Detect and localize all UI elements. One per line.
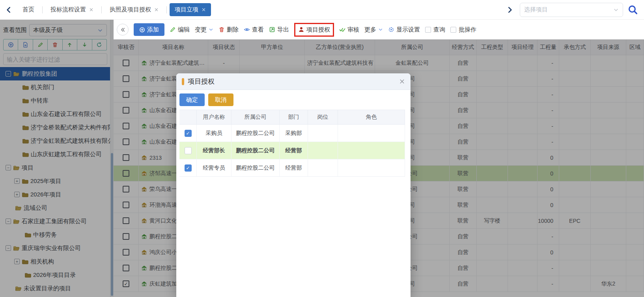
user-cell <box>338 159 405 176</box>
tabs-scroll-left-icon[interactable] <box>5 6 12 13</box>
gear-icon <box>388 26 394 33</box>
topbar: 首页投标流程设置执照及项目授权项目立项 选择项目 <box>0 0 644 20</box>
button-label: 显示设置 <box>396 26 420 34</box>
tab-label: 执照及项目授权 <box>110 6 151 13</box>
dialog-title: 项目授权 <box>188 77 215 86</box>
search-icon[interactable] <box>628 5 638 15</box>
user-cell: 经营部 <box>280 142 308 159</box>
user-column-header[interactable]: 用户名称 <box>197 110 231 124</box>
tab-label: 项目立项 <box>175 6 198 13</box>
user-cell: 鹏程控股二公司 <box>231 142 280 159</box>
user-row-checkbox[interactable] <box>185 147 192 154</box>
close-icon[interactable] <box>154 7 159 12</box>
edit-button[interactable]: 编辑 <box>170 26 190 34</box>
user-table-header: 用户名称所属公司部门岗位角色 <box>179 110 405 125</box>
user-row[interactable]: ✓采购员鹏程控股二公司采购部 <box>179 125 405 142</box>
button-label: 更多 <box>364 26 376 34</box>
delete-button[interactable]: 删除 <box>218 26 239 34</box>
dialog-header: 项目授权 <box>176 73 411 90</box>
close-icon[interactable] <box>202 7 206 12</box>
display-settings-button[interactable]: 显示设置 <box>388 26 420 34</box>
user-cell <box>338 142 405 159</box>
app-window: 首页投标流程设置执照及项目授权项目立项 选择项目 查看范围 本级及子级 −鹏程控… <box>0 0 644 297</box>
checkbox-label: 批操作 <box>459 26 476 34</box>
query-checkbox[interactable]: 查询 <box>425 26 445 34</box>
user-row-checkbox[interactable]: ✓ <box>185 130 192 137</box>
chevron-down-icon <box>209 27 213 32</box>
tab-1[interactable]: 投标流程设置 <box>45 3 99 16</box>
tabs-scroll-right-icon[interactable] <box>506 6 513 13</box>
change-button[interactable]: 变更 <box>195 26 213 34</box>
user-row-checkbox[interactable]: ✓ <box>185 164 192 172</box>
audit-button[interactable]: 审核 <box>339 26 359 34</box>
confirm-button[interactable]: 确定 <box>179 93 205 106</box>
more-button[interactable]: 更多 <box>364 26 383 34</box>
user-row[interactable]: 经营部长鹏程控股二公司经营部 <box>179 142 405 159</box>
user-cell <box>179 142 197 159</box>
tab-separator <box>101 6 102 13</box>
user-cell <box>308 142 338 159</box>
checkbox-label: 查询 <box>433 26 445 34</box>
checkbox-box[interactable] <box>425 27 431 33</box>
add-button[interactable]: 添加 <box>134 23 164 36</box>
project-authorization-dialog: 项目授权 确定 取消 用户名称所属公司部门岗位角色 ✓采购员鹏程控股二公司采购部… <box>176 73 411 297</box>
view-button[interactable]: 查看 <box>244 26 264 34</box>
button-label: 添加 <box>147 26 159 34</box>
chevron-down-icon <box>613 7 619 13</box>
user-cell <box>308 159 338 176</box>
user-row[interactable]: ✓经营专员鹏程控股二公司经营部 <box>179 159 405 177</box>
user-cell: 采购部 <box>280 125 308 142</box>
button-label: 导出 <box>277 26 289 34</box>
tab-separator <box>42 6 43 13</box>
user-cell <box>338 125 405 142</box>
user-table: 用户名称所属公司部门岗位角色 ✓采购员鹏程控股二公司采购部经营部长鹏程控股二公司… <box>179 110 405 177</box>
button-label: 变更 <box>195 26 207 34</box>
tab-0[interactable]: 首页 <box>17 3 39 16</box>
chevron-double-left-icon <box>120 27 125 32</box>
user-column-header[interactable]: 角色 <box>338 110 405 124</box>
button-label: 审核 <box>347 26 359 34</box>
export-button[interactable]: 导出 <box>269 26 289 34</box>
project-select[interactable]: 选择项目 <box>520 3 623 17</box>
user-column-header[interactable] <box>179 110 197 124</box>
cancel-button[interactable]: 取消 <box>208 93 233 106</box>
checkbox-box[interactable] <box>450 27 456 33</box>
user-column-header[interactable]: 岗位 <box>308 110 338 124</box>
button-label: 查看 <box>252 26 264 34</box>
export-icon <box>269 26 275 33</box>
person-icon <box>298 26 304 33</box>
table-toolbar: 添加编辑变更删除查看导出项目授权审核更多显示设置查询批操作 <box>114 20 644 39</box>
button-label: 编辑 <box>178 26 190 34</box>
project-authorize-button[interactable]: 项目授权 <box>294 23 334 37</box>
close-icon[interactable] <box>399 78 405 84</box>
user-cell: 采购员 <box>197 125 231 142</box>
tab-2[interactable]: 执照及项目授权 <box>105 3 164 16</box>
tab-label: 首页 <box>22 6 34 13</box>
user-table-body: ✓采购员鹏程控股二公司采购部经营部长鹏程控股二公司经营部✓经营专员鹏程控股二公司… <box>179 125 405 177</box>
user-cell: 经营专员 <box>197 159 231 176</box>
project-select-placeholder: 选择项目 <box>524 6 613 13</box>
tab-3[interactable]: 项目立项 <box>170 3 211 16</box>
chevron-down-icon <box>378 27 383 32</box>
user-cell: ✓ <box>179 159 197 176</box>
user-cell <box>308 125 338 142</box>
user-cell: 经营部 <box>280 159 308 176</box>
close-icon[interactable] <box>89 7 93 12</box>
trash-icon <box>218 26 225 33</box>
user-column-header[interactable]: 部门 <box>280 110 308 124</box>
user-cell: 鹏程控股二公司 <box>231 159 280 176</box>
double-check-icon <box>339 26 345 33</box>
pencil-icon <box>170 26 176 33</box>
user-cell: 经营部长 <box>197 142 231 159</box>
dialog-actions: 确定 取消 <box>179 93 411 106</box>
collapse-panel-button[interactable] <box>117 24 129 35</box>
tab-bar: 首页投标流程设置执照及项目授权项目立项 <box>16 3 212 16</box>
title-accent-bar <box>182 78 184 85</box>
circle-plus-icon <box>139 27 145 33</box>
user-column-header[interactable]: 所属公司 <box>231 110 280 124</box>
batch-ops-checkbox[interactable]: 批操作 <box>450 26 476 34</box>
dim-overlay-sidebar <box>0 20 114 297</box>
user-cell: 鹏程控股二公司 <box>231 125 280 142</box>
button-label: 删除 <box>227 26 239 34</box>
tab-label: 投标流程设置 <box>50 6 86 13</box>
